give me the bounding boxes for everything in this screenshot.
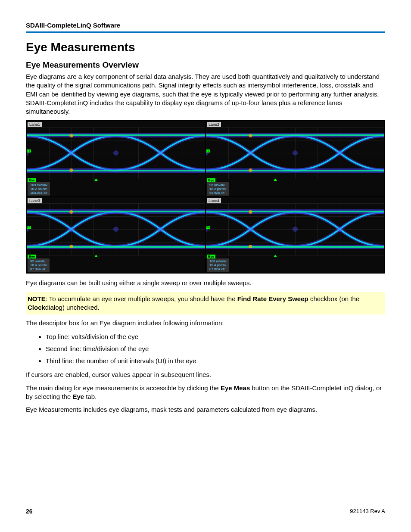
- page-footer: 26 921143 Rev A: [26, 508, 385, 515]
- svg-point-26: [249, 134, 252, 137]
- eye-lane: Lane1 E1: [27, 121, 205, 196]
- svg-point-32: [68, 227, 74, 232]
- svg-rect-37: [116, 246, 205, 248]
- text: The main dialog for eye measurements is …: [26, 384, 221, 392]
- list-item: Second line: time/division of the eye: [46, 344, 385, 354]
- section-heading: Eye Measurements Overview: [26, 60, 385, 70]
- svg-point-39: [113, 227, 118, 232]
- intro-paragraph: Eye diagrams are a key component of seri…: [26, 72, 385, 116]
- descriptor-values: 92 mV/div18.4 ps/div87.944 k#: [28, 258, 50, 272]
- svg-rect-22: [295, 134, 384, 136]
- svg-point-27: [249, 168, 252, 172]
- note-text: : To accumulate an eye over multiple swe…: [46, 295, 237, 302]
- time-marker-icon: [94, 178, 98, 181]
- channel-tag: E3: [27, 226, 31, 229]
- inline-bold: Eye Meas: [221, 384, 250, 392]
- body-paragraph: If cursors are enabled, cursor values ap…: [26, 370, 385, 379]
- svg-point-40: [69, 210, 73, 214]
- eye-plot: [27, 203, 205, 255]
- descriptor-box: Eye 96 mV/div16.2 ps/div99.926 k#: [207, 178, 229, 196]
- text: tab.: [84, 393, 97, 400]
- body-paragraph: Eye Measurements includes eye diagrams, …: [26, 405, 385, 414]
- descriptor-tag: Eye: [207, 255, 215, 258]
- svg-point-11: [113, 150, 118, 156]
- note-bold: Clock: [28, 304, 45, 311]
- eye-plot: [27, 127, 205, 179]
- svg-point-24: [337, 150, 342, 156]
- descriptor-box: Eye 109 mV/div16.2 ps/div100.061 k#: [28, 178, 50, 196]
- eye-lane: Lane2 E2: [206, 121, 384, 196]
- descriptor-box: Eye 92 mV/div18.4 ps/div87.944 k#: [28, 255, 50, 272]
- eye-lane: Lane4 E4: [206, 197, 384, 273]
- time-marker-icon: [274, 178, 277, 181]
- svg-rect-50: [295, 211, 384, 212]
- svg-point-18: [248, 150, 253, 156]
- note-text: checkbox (on the: [308, 295, 359, 302]
- doc-id: 921143 Rev A: [350, 508, 385, 515]
- descriptor-tag: Eye: [28, 178, 36, 182]
- svg-rect-36: [116, 211, 205, 212]
- descriptor-values: 96 mV/div16.2 ps/div99.926 k#: [207, 182, 229, 196]
- svg-point-53: [293, 227, 298, 232]
- svg-point-38: [158, 227, 163, 232]
- note-box: NOTE: To accumulate an eye over multiple…: [26, 292, 385, 315]
- body-paragraph: The descriptor box for an Eye diagram in…: [26, 319, 385, 327]
- svg-point-25: [293, 150, 298, 156]
- body-paragraph: The main dialog for eye measurements is …: [26, 384, 385, 401]
- svg-rect-9: [116, 170, 205, 171]
- page-number: 26: [26, 508, 33, 515]
- descriptor-box: Eye 108 mV/div18.4 ps/div87.824 k#: [207, 255, 229, 272]
- eye-plot: [206, 127, 384, 179]
- note-text: dialog) unchecked.: [45, 304, 100, 311]
- running-header: SDAIII-CompleteLinQ Software: [26, 22, 385, 33]
- svg-rect-8: [116, 134, 205, 136]
- descriptor-tag: Eye: [207, 178, 215, 182]
- list-item: Top line: volts/division of the eye: [46, 332, 385, 342]
- descriptor-values: 109 mV/div16.2 ps/div100.061 k#: [28, 182, 50, 196]
- list-item: Third line: the number of unit intervals…: [46, 356, 385, 366]
- svg-point-12: [69, 134, 73, 137]
- svg-point-4: [68, 150, 74, 156]
- eye-plot: [206, 203, 384, 255]
- descriptor-list: Top line: volts/division of the eye Seco…: [26, 332, 385, 366]
- eye-lane: Lane3 E3: [27, 197, 205, 273]
- channel-tag: E2: [206, 149, 210, 152]
- body-paragraph: Eye diagrams can be built using either a…: [26, 279, 385, 287]
- time-marker-icon: [274, 255, 277, 257]
- lane-label: Lane3: [28, 198, 42, 203]
- svg-point-41: [69, 245, 73, 248]
- channel-tag: E4: [206, 226, 210, 229]
- svg-point-10: [158, 150, 163, 156]
- lane-label: Lane1: [28, 122, 42, 127]
- svg-point-54: [249, 210, 252, 214]
- lane-label: Lane4: [207, 198, 221, 203]
- note-bold: Find Rate Every Sweep: [237, 295, 308, 302]
- eye-diagram-grid: Lane1 E1: [26, 120, 385, 274]
- time-marker-icon: [94, 255, 98, 257]
- svg-point-55: [249, 245, 252, 248]
- page: SDAIII-CompleteLinQ Software Eye Measure…: [0, 0, 411, 532]
- svg-point-52: [337, 227, 342, 232]
- svg-rect-23: [295, 170, 384, 171]
- descriptor-tag: Eye: [28, 255, 36, 258]
- svg-point-13: [69, 168, 73, 172]
- inline-bold: Eye: [72, 393, 84, 400]
- svg-rect-51: [295, 246, 384, 248]
- svg-point-46: [248, 227, 253, 232]
- descriptor-values: 108 mV/div18.4 ps/div87.824 k#: [207, 258, 229, 272]
- note-label: NOTE: [28, 295, 46, 302]
- channel-tag: E1: [27, 149, 31, 152]
- lane-label: Lane2: [207, 122, 221, 127]
- page-title: Eye Measurements: [26, 40, 385, 54]
